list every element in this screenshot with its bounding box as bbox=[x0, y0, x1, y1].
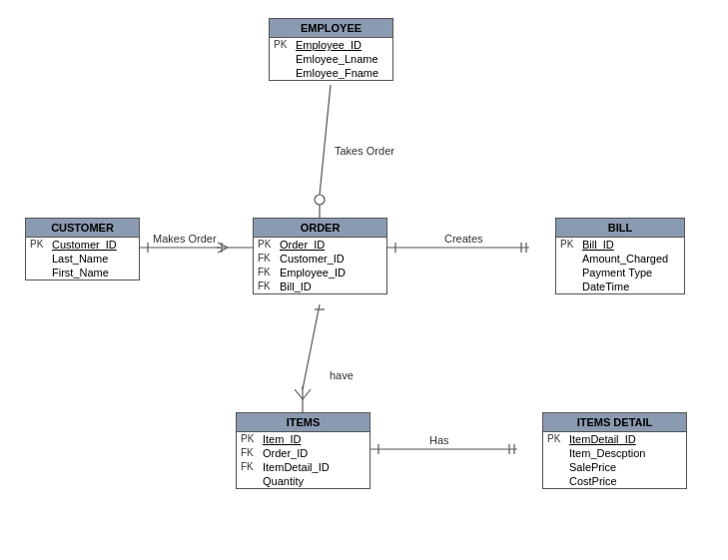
items-detail-cost-field: CostPrice bbox=[569, 475, 682, 487]
diagram-container: Takes Order Makes Order Creates have Has… bbox=[0, 0, 728, 560]
items-entity: ITEMS PK Item_ID FK Order_ID FK ItemDeta… bbox=[236, 412, 370, 489]
employee-row-2: Emloyee_Lname bbox=[270, 52, 392, 66]
has-label: Has bbox=[429, 434, 449, 446]
bill-row-4: DateTime bbox=[556, 280, 684, 293]
takes-order-label: Takes Order bbox=[335, 145, 394, 157]
employee-fname-field: Emloyee_Fname bbox=[296, 67, 388, 79]
svg-line-15 bbox=[303, 389, 311, 399]
customer-body: PK Customer_ID Last_Name First_Name bbox=[26, 238, 139, 280]
creates-label: Creates bbox=[444, 233, 483, 245]
items-id-field: Item_ID bbox=[263, 433, 365, 445]
bill-row-1: PK Bill_ID bbox=[556, 238, 684, 252]
svg-line-6 bbox=[218, 248, 228, 253]
bill-body: PK Bill_ID Amount_Charged Payment Type D… bbox=[556, 238, 684, 293]
bill-amount-field: Amount_Charged bbox=[582, 253, 680, 265]
items-detail-header: ITEMS DETAIL bbox=[543, 413, 686, 432]
items-detail-body: PK ItemDetail_ID Item_Descption SalePric… bbox=[543, 432, 686, 488]
bill-payment-field: Payment Type bbox=[582, 267, 680, 279]
svg-point-1 bbox=[315, 195, 325, 205]
order-id-field: Order_ID bbox=[280, 239, 382, 251]
bill-id-field: Bill_ID bbox=[582, 239, 680, 251]
order-pk-label: PK bbox=[258, 239, 280, 250]
have-label: have bbox=[330, 369, 354, 381]
order-row-4: FK Bill_ID bbox=[254, 280, 386, 293]
customer-id-field: Customer_ID bbox=[52, 239, 135, 251]
svg-line-14 bbox=[295, 389, 303, 399]
svg-line-5 bbox=[218, 243, 228, 248]
bill-entity: BILL PK Bill_ID Amount_Charged Payment T… bbox=[555, 218, 685, 294]
order-row-1: PK Order_ID bbox=[254, 238, 386, 252]
customer-fname-field: First_Name bbox=[52, 267, 135, 279]
items-detail-sale-field: SalePrice bbox=[569, 461, 682, 473]
employee-entity: EMPLOYEE PK Employee_ID Emloyee_Lname Em… bbox=[269, 18, 393, 81]
items-detail-row-4: CostPrice bbox=[543, 474, 686, 488]
customer-row-3: First_Name bbox=[26, 266, 139, 280]
items-pk-label: PK bbox=[241, 433, 263, 444]
items-detail-id-field: ItemDetail_ID bbox=[569, 433, 682, 445]
items-detail-pk-label: PK bbox=[547, 433, 569, 444]
customer-header: CUSTOMER bbox=[26, 219, 139, 238]
items-header: ITEMS bbox=[237, 413, 369, 432]
items-row-3: FK ItemDetail_ID bbox=[237, 460, 369, 474]
bill-pk-label: PK bbox=[560, 239, 582, 250]
employee-row-3: Emloyee_Fname bbox=[270, 66, 392, 80]
items-detail-desc-field: Item_Descption bbox=[569, 447, 682, 459]
customer-pk-label: PK bbox=[30, 239, 52, 250]
items-row-2: FK Order_ID bbox=[237, 446, 369, 460]
employee-id-field: Employee_ID bbox=[296, 39, 388, 51]
order-fk2-label: FK bbox=[258, 267, 280, 278]
customer-lname-field: Last_Name bbox=[52, 253, 135, 265]
items-row-1: PK Item_ID bbox=[237, 432, 369, 446]
order-billid-field: Bill_ID bbox=[280, 280, 382, 292]
items-qty-field: Quantity bbox=[263, 475, 365, 487]
employee-row-1: PK Employee_ID bbox=[270, 38, 392, 52]
customer-entity: CUSTOMER PK Customer_ID Last_Name First_… bbox=[25, 218, 140, 280]
order-header: ORDER bbox=[254, 219, 386, 238]
items-fk1-label: FK bbox=[241, 447, 263, 458]
svg-line-0 bbox=[320, 85, 331, 195]
bill-row-3: Payment Type bbox=[556, 266, 684, 280]
items-body: PK Item_ID FK Order_ID FK ItemDetail_ID … bbox=[237, 432, 369, 488]
items-fk2-label: FK bbox=[241, 461, 263, 472]
makes-order-label: Makes Order bbox=[153, 233, 217, 245]
employee-header: EMPLOYEE bbox=[270, 19, 392, 38]
employee-body: PK Employee_ID Emloyee_Lname Emloyee_Fna… bbox=[270, 38, 392, 80]
svg-line-13 bbox=[303, 304, 320, 389]
bill-header: BILL bbox=[556, 219, 684, 238]
bill-datetime-field: DateTime bbox=[582, 280, 680, 292]
items-orderid-field: Order_ID bbox=[263, 447, 365, 459]
order-entity: ORDER PK Order_ID FK Customer_ID FK Empl… bbox=[253, 218, 387, 294]
items-row-4: Quantity bbox=[237, 474, 369, 488]
order-fk3-label: FK bbox=[258, 280, 280, 291]
employee-lname-field: Emloyee_Lname bbox=[296, 53, 388, 65]
order-body: PK Order_ID FK Customer_ID FK Employee_I… bbox=[254, 238, 386, 293]
bill-row-2: Amount_Charged bbox=[556, 252, 684, 266]
employee-pk-label: PK bbox=[274, 39, 296, 50]
order-row-3: FK Employee_ID bbox=[254, 266, 386, 280]
order-row-2: FK Customer_ID bbox=[254, 252, 386, 266]
items-detailid-field: ItemDetail_ID bbox=[263, 461, 365, 473]
order-fk1-label: FK bbox=[258, 253, 280, 264]
order-employeeid-field: Employee_ID bbox=[280, 267, 382, 279]
items-detail-row-1: PK ItemDetail_ID bbox=[543, 432, 686, 446]
order-customerid-field: Customer_ID bbox=[280, 253, 382, 265]
items-detail-row-3: SalePrice bbox=[543, 460, 686, 474]
customer-row-2: Last_Name bbox=[26, 252, 139, 266]
items-detail-row-2: Item_Descption bbox=[543, 446, 686, 460]
customer-row-1: PK Customer_ID bbox=[26, 238, 139, 252]
items-detail-entity: ITEMS DETAIL PK ItemDetail_ID Item_Descp… bbox=[542, 412, 687, 489]
